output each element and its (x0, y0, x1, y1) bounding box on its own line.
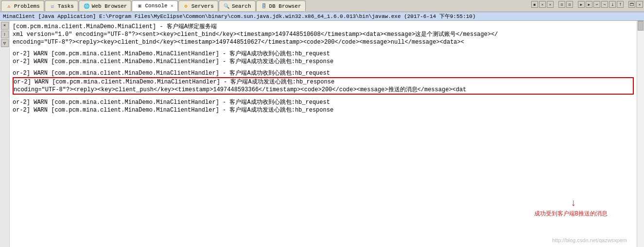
line3-text: encoding="UTF-8"?><reply><key>client_bin… (13, 39, 464, 46)
servers-icon: ⚙ (183, 3, 190, 10)
tab-problems[interactable]: ⚠ Problems (1, 0, 44, 11)
empty-line-2 (13, 66, 634, 69)
line2-text: xml version="1.0" encoding="UTF-8"?><sen… (13, 31, 498, 38)
side-btn-3[interactable]: ▽ (1, 39, 9, 47)
toolbar-btn2[interactable]: ⊡ (566, 1, 573, 8)
search-icon: 🔍 (223, 3, 230, 10)
restore-button[interactable]: ✕ (539, 1, 546, 8)
line10-text: ncoding="UTF-8"?><reply><key>client_push… (14, 86, 466, 93)
console-line-8: or-2] WARN [com.pcm.mina.client.MinaDemo… (13, 69, 634, 77)
scrollbar-thumb[interactable] (638, 21, 644, 31)
problems-icon: ⚠ (5, 3, 12, 10)
line13-text: or-2] WARN [com.pcm.mina.client.MinaDemo… (13, 107, 333, 114)
title-bar: MinaClient [Java Application] E:\Program… (0, 12, 644, 21)
maximize-button[interactable]: 🗖 (628, 1, 635, 8)
console-line-2: xml version="1.0" encoding="UTF-8"?><sen… (13, 31, 634, 38)
panel-close-button[interactable]: ✕ (636, 1, 643, 8)
toolbar-btn5[interactable]: ↩ (593, 1, 600, 8)
application-title: MinaClient [Java Application] E:\Program… (3, 13, 476, 20)
webbrowser-icon: 🌐 (83, 3, 90, 10)
tab-servers-label: Servers (191, 3, 214, 9)
console-line-13: or-2] WARN [com.pcm.mina.client.MinaDemo… (13, 106, 634, 114)
console-line-12: or-2] WARN [com.pcm.mina.client.MinaDemo… (13, 99, 634, 106)
tab-bar: ⚠ Problems ☑ Tasks 🌐 Web Browser ▣ Conso… (0, 0, 644, 12)
line6-text: or-2] WARN [com.pcm.mina.client.MinaDemo… (13, 58, 333, 65)
tasks-icon: ☑ (49, 3, 56, 10)
tab-tasks[interactable]: ☑ Tasks (45, 0, 78, 11)
tab-problems-label: Problems (14, 3, 40, 9)
line12-text: or-2] WARN [com.pcm.mina.client.MinaDemo… (13, 99, 330, 106)
line9-text: or-2] WARN [com.pcm.mina.client.MinaDemo… (14, 79, 334, 85)
console-line-5: or-2] WARN [com.pcm.mina.client.MinaDemo… (13, 50, 634, 58)
console-line-1: [com.pcm.mina.client.MinaDemo.MinaClient… (13, 23, 634, 31)
tab-servers[interactable]: ⚙ Servers (178, 0, 218, 11)
close-button[interactable]: ✕ (547, 1, 554, 8)
console-line-6: or-2] WARN [com.pcm.mina.client.MinaDemo… (13, 58, 634, 66)
toolbar-btn7[interactable]: ⤓ (609, 1, 616, 8)
console-line-9-highlighted: or-2] WARN [com.pcm.mina.client.MinaDemo… (13, 77, 634, 87)
console-icon: ▣ (136, 2, 143, 9)
toolbar-btn6[interactable]: ↪ (601, 1, 608, 8)
annotation: ↓ 成功受到客户端B推送的消息 (534, 198, 608, 218)
tab-dbbrowser-label: DB Browser (269, 3, 301, 9)
side-btn-2[interactable]: ↕ (1, 31, 9, 38)
line5-text: or-2] WARN [com.pcm.mina.client.MinaDemo… (13, 50, 330, 57)
watermark: http://blog.csdn.net/qazwsxpem (552, 237, 627, 243)
dbbrowser-icon: 🗄 (261, 3, 267, 10)
line8-text: or-2] WARN [com.pcm.mina.client.MinaDemo… (13, 70, 330, 77)
minimize-button[interactable]: ■ (531, 1, 538, 8)
side-btn-1[interactable]: × (1, 22, 9, 30)
tab-console-label: Console (145, 3, 167, 9)
tab-webbrowser-label: Web Browser (92, 3, 127, 9)
tab-tasks-label: Tasks (58, 3, 74, 9)
annotation-text: 成功受到客户端B推送的消息 (534, 210, 608, 218)
tab-console[interactable]: ▣ Console ✕ (132, 0, 177, 11)
tab-dbbrowser[interactable]: 🗄 DB Browser (256, 0, 306, 11)
tab-search-label: Search (232, 3, 251, 9)
toolbar-btn1[interactable]: ⊡ (558, 1, 565, 8)
tab-webbrowser[interactable]: 🌐 Web Browser (79, 0, 132, 11)
empty-line-1 (13, 46, 634, 50)
console-close-icon[interactable]: ✕ (171, 3, 174, 9)
side-toolbar: × ↕ ▽ (0, 21, 10, 247)
window-controls: ■ ✕ ✕ ⊡ ⊡ ▶ ▶ ↩ ↪ ⤓ ⤒ 🗖 ✕ (531, 1, 643, 8)
empty-line-3 (13, 95, 634, 99)
tab-search[interactable]: 🔍 Search (219, 0, 256, 11)
toolbar-btn8[interactable]: ⤒ (617, 1, 624, 8)
line1-text: [com.pcm.mina.client.MinaDemo.MinaClient… (13, 23, 217, 30)
toolbar-btn3[interactable]: ▶ (578, 1, 585, 8)
toolbar-btn4[interactable]: ▶ (586, 1, 592, 8)
console-area: × ↕ ▽ [com.pcm.mina.client.MinaDemo.Mina… (0, 21, 644, 247)
console-output: [com.pcm.mina.client.MinaDemo.MinaClient… (10, 21, 637, 247)
annotation-arrow: ↓ (539, 198, 608, 209)
vertical-scrollbar[interactable] (637, 21, 644, 247)
console-line-3: encoding="UTF-8"?><reply><key>client_bin… (13, 38, 634, 46)
console-line-10-highlighted: ncoding="UTF-8"?><reply><key>client_push… (13, 86, 634, 95)
